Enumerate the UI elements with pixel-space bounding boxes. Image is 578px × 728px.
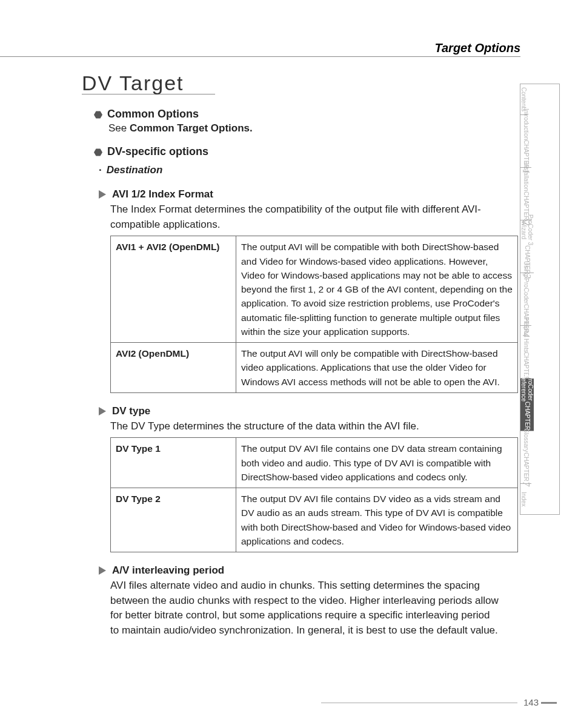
table-value: The output AVI will be compatible with b…: [236, 236, 518, 343]
nav-label: Glossary: [523, 428, 530, 452]
table-row: AVI1 + AVI2 (OpenDML) The output AVI wil…: [111, 236, 518, 343]
heading-common-options: Common Options: [94, 108, 518, 121]
nav-label: Index: [520, 484, 527, 514]
common-options-see: See: [108, 122, 130, 134]
dot-bullet-icon: ·: [99, 164, 102, 176]
nav-chapter-label: CHAPTER 7: [520, 452, 531, 486]
destination-line: ·Destination: [99, 164, 518, 176]
page-number-dash: [541, 702, 557, 704]
heading-dv-specific-label: DV-specific options: [107, 145, 208, 158]
heading-common-options-label: Common Options: [107, 108, 199, 121]
table-key: DV Type 2: [111, 488, 236, 552]
nav-label: ProCoder Reference: [520, 374, 534, 402]
av-interleave-body: AVI files alternate video and audio in c…: [110, 578, 500, 638]
table-key: AVI2 (OpenDML): [111, 343, 236, 393]
nav-chapter-7[interactable]: Glossary CHAPTER 7: [520, 431, 531, 484]
heading-dv-specific: DV-specific options: [94, 145, 518, 158]
nav-label: Introduction: [523, 108, 530, 140]
dv-type-body: The DV Type determines the structure of …: [110, 419, 500, 434]
common-options-link: Common Target Options.: [130, 122, 253, 134]
heading-av-interleave: A/V interleaving period: [99, 564, 518, 577]
arrow-icon: [99, 190, 106, 199]
table-value: The output DV AVI file contains one DV d…: [236, 438, 518, 488]
nav-label: Installation: [523, 162, 530, 191]
nav-index[interactable]: Index: [520, 484, 527, 514]
heading-avi-index-label: AVI 1/2 Index Format: [112, 188, 213, 200]
nav-chapter-5[interactable]: Helpful Hints CHAPTER 5: [520, 326, 531, 379]
arrow-icon: [99, 566, 106, 575]
page-header-title: Target Options: [0, 41, 520, 57]
nav-label: Using ProCoder: [523, 261, 530, 304]
table-key: DV Type 1: [111, 438, 236, 488]
hex-bullet-icon: [94, 111, 102, 119]
heading-dv-type-label: DV type: [112, 405, 150, 417]
dv-type-table: DV Type 1 The output DV AVI file contain…: [110, 437, 518, 552]
destination-label: Destination: [107, 164, 163, 176]
heading-dv-type: DV type: [99, 405, 518, 417]
heading-av-interleave-label: A/V interleaving period: [112, 564, 224, 577]
nav-label: Helpful Hints: [523, 318, 530, 352]
nav-label: ProCoder 3 Wizard: [520, 214, 534, 245]
nav-chapter-2[interactable]: Installation CHAPTER 2: [520, 168, 531, 220]
table-value: The output AVI will only be compatible w…: [236, 343, 518, 393]
table-row: DV Type 1 The output DV AVI file contain…: [111, 438, 518, 488]
table-key: AVI1 + AVI2 (OpenDML): [111, 236, 236, 343]
common-options-text: See Common Target Options.: [108, 122, 518, 134]
page-number-rule: [321, 703, 517, 703]
nav-chapter-1[interactable]: Introduction CHAPTER 1: [520, 115, 531, 168]
section-title: DV Target: [82, 71, 518, 95]
hex-bullet-icon: [94, 148, 102, 157]
chapter-nav: Contents Introduction CHAPTER 1 Installa…: [520, 84, 560, 515]
avi-index-body: The Index Format determines the compatib…: [110, 202, 500, 232]
heading-avi-index: AVI 1/2 Index Format: [99, 188, 518, 200]
arrow-icon: [99, 407, 106, 415]
table-value: The output DV AVI file contains DV video…: [236, 488, 518, 552]
content-area: DV Target Common Options See Common Targ…: [82, 71, 518, 638]
avi-index-table: AVI1 + AVI2 (OpenDML) The output AVI wil…: [110, 236, 518, 393]
table-row: AVI2 (OpenDML) The output AVI will only …: [111, 343, 518, 393]
page-number: 143: [523, 697, 539, 707]
table-row: DV Type 2 The output DV AVI file contain…: [111, 488, 518, 552]
nav-chapter-6[interactable]: ProCoder Reference CHAPTER 6: [520, 379, 534, 431]
